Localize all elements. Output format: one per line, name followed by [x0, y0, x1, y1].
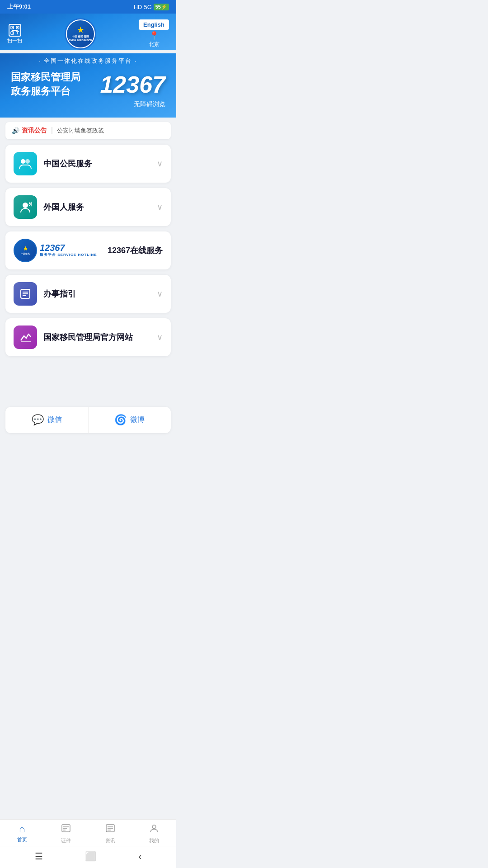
- speaker-icon: 🔊: [12, 127, 19, 134]
- wechat-icon: 💬: [32, 414, 44, 426]
- svg-point-8: [21, 159, 25, 164]
- chevron-down-icon: ∨: [157, 159, 163, 169]
- english-button[interactable]: English: [139, 19, 169, 30]
- svg-point-10: [23, 203, 28, 208]
- home-icon: ⌂: [19, 823, 25, 835]
- hotline-number-area: 12367 服务平台 SERVICE HOTLINE: [40, 243, 97, 257]
- home-label: 首页: [17, 836, 27, 843]
- svg-rect-5: [12, 33, 13, 33]
- service-left: 国家移民管理局官方网站: [14, 326, 133, 349]
- business-guide-label: 办事指引: [43, 288, 76, 299]
- svg-rect-17: [62, 825, 70, 832]
- header-right-actions: English 📍 北京: [139, 19, 169, 48]
- main-content: 🔊 资讯公告 公安讨墙鱼签政笺 中国公民服务 ∨: [0, 118, 176, 438]
- svg-point-9: [25, 159, 30, 164]
- menu-button[interactable]: ☰: [26, 849, 52, 863]
- chevron-down-icon: ∨: [157, 202, 163, 212]
- service-left: 办事指引: [14, 282, 76, 306]
- service-left: 外 外国人服务: [14, 195, 84, 219]
- service-left: 中国公民服务: [14, 152, 92, 175]
- banner-number: 12367: [100, 71, 165, 98]
- app-logo: ★ 中国移民管理 CHINA IMMIGRATION: [65, 18, 96, 50]
- svg-rect-21: [106, 825, 114, 832]
- chinese-citizen-service-card[interactable]: 中国公民服务 ∨: [5, 145, 171, 183]
- nav-news[interactable]: 资讯: [88, 823, 132, 844]
- foreign-service-card[interactable]: 外 外国人服务 ∨: [5, 188, 171, 226]
- location-label: 北京: [149, 41, 160, 48]
- system-nav-bar: ☰ ⬜ ‹: [0, 846, 176, 868]
- chevron-down-icon: ∨: [157, 289, 163, 299]
- hotline-service-label: 12367在线服务: [108, 245, 163, 256]
- header-top: 扫一扫 ★ 中国移民管理 CHINA IMMIGRATION English 📍…: [7, 18, 169, 50]
- chinese-citizen-label: 中国公民服务: [43, 158, 92, 169]
- signal-icon: HD: [134, 4, 142, 10]
- status-icons: HD 5G 55 ⚡: [134, 4, 169, 10]
- weibo-share-button[interactable]: 🌀 微博: [89, 407, 171, 433]
- official-website-icon: [14, 326, 37, 349]
- banner-accessibility: 无障碍浏览: [7, 100, 169, 108]
- scan-button[interactable]: 扫一扫: [7, 24, 22, 44]
- svg-rect-4: [17, 27, 18, 28]
- app-header: 扫一扫 ★ 中国移民管理 CHINA IMMIGRATION English 📍…: [0, 14, 176, 50]
- chinese-citizen-icon: [14, 152, 37, 175]
- nav-certificate[interactable]: 证件: [44, 823, 89, 844]
- nav-mine[interactable]: 我的: [132, 823, 177, 844]
- news-text: 公安讨墙鱼签政笺: [57, 127, 104, 135]
- news-label: 🔊 资讯公告: [12, 127, 47, 135]
- chevron-down-icon: ∨: [157, 332, 163, 342]
- nav-home[interactable]: ⌂ 首页: [0, 823, 44, 844]
- svg-text:外: 外: [28, 202, 32, 207]
- logo-circle: ★ 中国移民管理 CHINA IMMIGRATION: [65, 18, 96, 50]
- svg-rect-3: [12, 27, 13, 28]
- location-button[interactable]: 📍 北京: [149, 31, 160, 48]
- mine-label: 我的: [149, 837, 159, 844]
- business-guide-icon: [14, 282, 37, 306]
- news-label: 资讯: [105, 837, 115, 844]
- scan-label: 扫一扫: [7, 38, 22, 44]
- hotline-logo: ★ 中国移民 12367 服务平台 SERVICE HOTLINE: [14, 239, 97, 262]
- banner-section: · 全国一体化在线政务服务平台 · 国家移民管理局政务服务平台 12367 无障…: [0, 53, 176, 118]
- location-pin-icon: 📍: [149, 31, 159, 41]
- status-bar: 上午9:01 HD 5G 55 ⚡: [0, 0, 176, 14]
- news-divider: [52, 127, 52, 134]
- logo-inner: ★ 中国移民管理 CHINA IMMIGRATION: [67, 20, 94, 47]
- bottom-navigation: ⌂ 首页 证件: [0, 819, 176, 868]
- weibo-icon: 🌀: [114, 414, 127, 426]
- battery-icon: 55 ⚡: [154, 4, 169, 10]
- hotline-service-card[interactable]: ★ 中国移民 12367 服务平台 SERVICE HOTLINE 12367在…: [5, 231, 171, 269]
- nav-tabs: ⌂ 首页 证件: [0, 820, 176, 846]
- wechat-label: 微信: [47, 415, 62, 425]
- business-guide-card[interactable]: 办事指引 ∨: [5, 275, 171, 313]
- scan-icon: [9, 24, 21, 37]
- certificate-label: 证件: [61, 837, 71, 844]
- official-website-card[interactable]: 国家移民管理局官方网站 ∨: [5, 318, 171, 356]
- foreign-service-icon: 外: [14, 195, 37, 219]
- svg-point-25: [152, 825, 156, 829]
- news-ticker: 🔊 资讯公告 公安讨墙鱼签政笺: [5, 122, 171, 139]
- official-website-label: 国家移民管理局官方网站: [43, 332, 133, 343]
- news-icon: [105, 823, 115, 836]
- back-button[interactable]: ‹: [130, 849, 151, 863]
- social-share-bar: 💬 微信 🌀 微博: [5, 407, 171, 433]
- status-time: 上午9:01: [7, 3, 31, 11]
- hotline-badge-icon: ★ 中国移民: [14, 239, 37, 262]
- banner-title: 国家移民管理局政务服务平台: [11, 71, 80, 99]
- wechat-share-button[interactable]: 💬 微信: [5, 407, 89, 433]
- home-system-button[interactable]: ⬜: [76, 849, 105, 863]
- certificate-icon: [61, 823, 71, 836]
- network-icon: 5G: [144, 4, 151, 10]
- weibo-label: 微博: [130, 415, 145, 425]
- foreign-service-label: 外国人服务: [43, 202, 84, 212]
- banner-main: 国家移民管理局政务服务平台 12367: [7, 71, 169, 99]
- mine-icon: [149, 823, 159, 836]
- banner-subtitle: · 全国一体化在线政务服务平台 ·: [7, 57, 169, 65]
